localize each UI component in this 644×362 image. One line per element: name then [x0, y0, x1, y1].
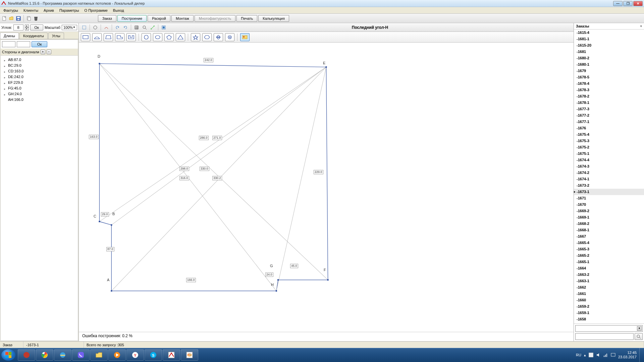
- window-maximize-button[interactable]: ❐: [623, 1, 633, 6]
- angles-input[interactable]: 8: [13, 24, 23, 31]
- order-item[interactable]: -1658: [574, 316, 644, 322]
- menu-clients[interactable]: Клиенты: [21, 8, 40, 13]
- tray-volume-icon[interactable]: [596, 353, 601, 357]
- search-input[interactable]: [575, 333, 634, 340]
- order-item[interactable]: -1668-1: [574, 227, 644, 233]
- length-ok-button[interactable]: Ок: [32, 41, 47, 47]
- task-viber[interactable]: [72, 349, 90, 361]
- tab-calc[interactable]: Калькуляция: [258, 15, 289, 22]
- shape-arch-icon[interactable]: [92, 33, 102, 41]
- order-item[interactable]: -1669-1: [574, 214, 644, 221]
- side-tab-angles[interactable]: Углы: [48, 33, 64, 39]
- tree-add-button[interactable]: +: [41, 50, 45, 54]
- order-item[interactable]: -1674-3: [574, 163, 644, 170]
- order-item[interactable]: -1674-4: [574, 157, 644, 163]
- segment-item[interactable]: CD:163.0: [1, 68, 77, 74]
- menu-archive[interactable]: Архив: [42, 8, 56, 13]
- measure-icon[interactable]: [149, 24, 156, 31]
- order-item[interactable]: -1676: [574, 125, 644, 131]
- length-input-2[interactable]: [17, 41, 30, 47]
- new-icon[interactable]: [1, 15, 7, 21]
- save-icon[interactable]: [15, 15, 21, 21]
- task-app-1[interactable]: [18, 349, 35, 361]
- order-item[interactable]: -1680-2: [574, 55, 644, 61]
- task-ie[interactable]: [54, 349, 71, 361]
- menu-exit[interactable]: Выход: [111, 8, 126, 13]
- tab-mount[interactable]: Монтаж: [171, 15, 194, 22]
- tray-flag-icon[interactable]: [589, 353, 593, 357]
- shape-hexagon-icon[interactable]: [202, 33, 212, 41]
- shape-circle-icon[interactable]: [142, 33, 151, 41]
- order-item[interactable]: -1675-4: [574, 131, 644, 138]
- order-item[interactable]: -1661: [574, 291, 644, 297]
- copy-icon[interactable]: [26, 15, 32, 21]
- order-item[interactable]: -1678-3: [574, 87, 644, 93]
- tab-build[interactable]: Построение: [117, 15, 147, 22]
- order-item[interactable]: -1678-1: [574, 100, 644, 106]
- task-yandex[interactable]: Y: [126, 349, 144, 361]
- order-item[interactable]: -1673-2: [574, 182, 644, 189]
- order-item[interactable]: -1665-1: [574, 259, 644, 265]
- shape-rectangle-icon[interactable]: [81, 33, 90, 41]
- shape-ellipse-icon[interactable]: [153, 33, 162, 41]
- sort-icon[interactable]: ▾: [640, 24, 642, 28]
- orders-list[interactable]: -1615-4-1681-1-1615-20-1681-1680-2-1680-…: [574, 29, 644, 323]
- order-item[interactable]: -1660: [574, 297, 644, 303]
- tab-order[interactable]: Заказ: [98, 15, 116, 22]
- task-media[interactable]: [108, 349, 126, 361]
- order-item[interactable]: -1669-2: [574, 208, 644, 214]
- order-item[interactable]: -1667: [574, 233, 644, 240]
- order-item[interactable]: -1663-2: [574, 272, 644, 278]
- angles-spinners[interactable]: ▲▼: [25, 24, 29, 31]
- shape-lshape-icon[interactable]: [115, 33, 124, 41]
- scale-select[interactable]: 100%▼: [62, 25, 77, 30]
- order-item[interactable]: -1681-1: [574, 36, 644, 42]
- order-item[interactable]: -1675-1: [574, 150, 644, 157]
- menu-about[interactable]: О Программе: [83, 8, 110, 13]
- order-item[interactable]: -1677-2: [574, 112, 644, 119]
- task-explorer[interactable]: [90, 349, 108, 361]
- segment-item[interactable]: EF:229.0: [1, 80, 77, 85]
- window-minimize-button[interactable]: —: [613, 1, 623, 6]
- order-item[interactable]: -1670: [574, 201, 644, 208]
- order-item[interactable]: -1679: [574, 68, 644, 74]
- shape-flower-icon[interactable]: [214, 33, 223, 41]
- shape-custom-icon[interactable]: [240, 33, 250, 41]
- tab-multi[interactable]: Многофактурность: [195, 15, 235, 22]
- tray-clock[interactable]: 12:45 23.03.2017: [618, 351, 637, 359]
- system-tray[interactable]: RU ▴ 12:45 23.03.2017: [573, 351, 639, 359]
- drawing-canvas[interactable]: D E F G H A B C 242.0 163.0 29.0 87.0 16…: [79, 43, 574, 332]
- order-item[interactable]: -1659-1: [574, 310, 644, 316]
- order-item[interactable]: -1649-5: [574, 322, 644, 323]
- angles-ok-button[interactable]: Ок: [30, 24, 43, 31]
- undo-icon[interactable]: [114, 24, 121, 31]
- tray-language[interactable]: RU: [576, 353, 581, 357]
- tab-print[interactable]: Печать: [236, 15, 257, 22]
- zoom-icon[interactable]: [141, 24, 148, 31]
- shape-ushape-icon[interactable]: [126, 33, 136, 41]
- order-item[interactable]: -1674-2: [574, 170, 644, 176]
- order-item[interactable]: -1664: [574, 265, 644, 272]
- order-item[interactable]: -1668-2: [574, 221, 644, 227]
- order-item[interactable]: -1680-1: [574, 61, 644, 68]
- fit-icon[interactable]: [160, 24, 167, 31]
- segment-item[interactable]: AH:166.0: [1, 97, 77, 103]
- order-item[interactable]: -1681: [574, 49, 644, 55]
- shape-star5-icon[interactable]: [191, 33, 200, 41]
- side-tab-coords[interactable]: Координаты: [19, 33, 48, 39]
- curve-tool-icon[interactable]: [103, 24, 110, 31]
- shape-pentagon-icon[interactable]: [164, 33, 174, 41]
- order-item[interactable]: -1677-3: [574, 106, 644, 112]
- task-skype[interactable]: S: [145, 349, 162, 361]
- order-item[interactable]: -1665-3: [574, 246, 644, 252]
- order-item[interactable]: -1677-1: [574, 119, 644, 125]
- tab-cut[interactable]: Раскрой: [148, 15, 170, 22]
- order-item[interactable]: -1662: [574, 284, 644, 291]
- segment-item[interactable]: GH:24.0: [1, 91, 77, 97]
- segment-item[interactable]: DE:242.0: [1, 74, 77, 80]
- order-item[interactable]: -1665-4: [574, 240, 644, 246]
- order-item[interactable]: -1615-4: [574, 29, 644, 36]
- tray-network-icon[interactable]: [603, 353, 608, 357]
- order-item[interactable]: -1659-2: [574, 303, 644, 310]
- select-tool-icon[interactable]: [81, 24, 88, 31]
